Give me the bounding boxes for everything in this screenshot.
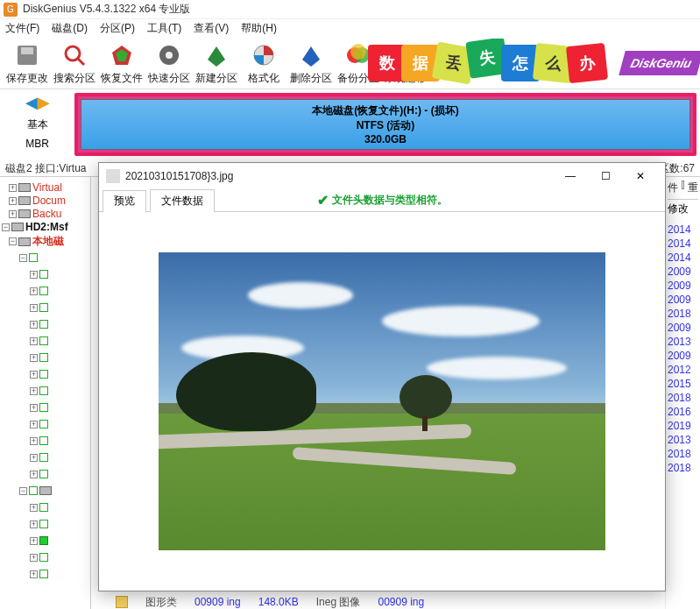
checkbox-icon[interactable] — [29, 486, 38, 495]
checkbox-icon[interactable] — [39, 553, 48, 562]
title-bar: G DiskGenius V5.4.3.1322 x64 专业版 — [0, 0, 700, 19]
mbr-label: MBR — [25, 138, 49, 150]
checkbox-icon[interactable] — [39, 520, 48, 528]
prev-arrow-icon[interactable]: ◀ — [25, 93, 38, 112]
bottom-row: 图形类 00909 ing 148.0KB Ineg 图像 00909 ing — [98, 595, 665, 609]
checkbox-icon[interactable] — [39, 303, 48, 312]
expand-icon[interactable]: + — [9, 184, 17, 192]
list-item[interactable]: 2019 — [668, 420, 698, 432]
collapse-icon[interactable]: − — [9, 237, 17, 245]
search-partition-button[interactable]: 搜索分区 — [51, 40, 98, 87]
list-item[interactable]: 2009 — [668, 266, 698, 278]
tree-panel[interactable]: +Virtual +Docum +Backu −HD2:Msf −本地磁 − +… — [0, 177, 91, 609]
status-left: 磁盘2 接口:Virtua — [5, 161, 86, 174]
menu-file[interactable]: 文件(F) — [5, 21, 39, 37]
quick-partition-button[interactable]: 快速分区 — [145, 40, 193, 87]
checkbox-icon[interactable] — [682, 181, 684, 189]
expand-icon[interactable]: + — [9, 197, 17, 205]
list-item[interactable]: 2009 — [668, 350, 698, 362]
menu-tool[interactable]: 工具(T) — [147, 21, 181, 37]
checkbox-icon[interactable] — [39, 403, 48, 412]
file-name[interactable]: 00909 ing — [194, 596, 241, 608]
checkbox-icon[interactable] — [39, 420, 48, 428]
menu-bar: 文件(F) 磁盘(D) 分区(P) 工具(T) 查看(V) 帮助(H) — [0, 19, 700, 39]
check-icon: ✔ — [317, 192, 329, 209]
checkbox-icon[interactable] — [39, 436, 48, 445]
tab-preview[interactable]: 预览 — [103, 190, 146, 213]
checkbox-checked-icon[interactable] — [39, 536, 48, 545]
checkbox-icon[interactable] — [39, 453, 48, 462]
disk-icon — [18, 209, 31, 218]
list-item[interactable]: 2012 — [668, 364, 698, 376]
checkbox-icon[interactable] — [39, 287, 48, 295]
recover-file-button[interactable]: 恢复文件 — [98, 40, 145, 87]
tree-item[interactable]: Backu — [32, 208, 61, 220]
disk-bar[interactable]: 本地磁盘(恢复文件)(H:) - (损坏) NTFS (活动) 320.0GB — [74, 93, 696, 156]
list-item[interactable]: 2014 — [668, 223, 698, 236]
list-item[interactable]: 2009 — [668, 294, 698, 306]
disk-map-row: ◀▶ 基本 MBR 本地磁盘(恢复文件)(H:) - (损坏) NTFS (活动… — [0, 89, 700, 159]
list-item[interactable]: 2013 — [668, 434, 698, 446]
svg-point-2 — [66, 46, 80, 60]
preview-body — [99, 212, 665, 591]
checkbox-icon[interactable] — [39, 570, 48, 578]
tree-item-hd2[interactable]: HD2:Msf — [25, 221, 68, 233]
column-modified[interactable]: 修改 — [668, 202, 698, 216]
list-item[interactable]: 2015 — [668, 378, 698, 390]
svg-rect-1 — [21, 47, 33, 54]
checkbox-icon[interactable] — [39, 470, 48, 478]
list-item[interactable]: 2013 — [668, 336, 698, 348]
hdd-icon — [11, 223, 24, 231]
file-name[interactable]: 00909 ing — [378, 596, 424, 608]
close-button[interactable]: ✕ — [623, 165, 658, 188]
save-button[interactable]: 保存更改 — [4, 40, 51, 87]
minimize-button[interactable]: — — [553, 165, 588, 188]
new-partition-button[interactable]: 新建分区 — [193, 40, 240, 87]
disk-name: 本地磁盘(恢复文件)(H:) - (损坏) — [312, 103, 458, 118]
folder-icon — [39, 486, 52, 495]
list-item[interactable]: 2018 — [668, 462, 698, 474]
checkbox-icon[interactable] — [39, 503, 48, 512]
disk-size: 320.0GB — [364, 133, 407, 145]
checkbox-icon[interactable] — [39, 320, 48, 329]
disk-icon — [18, 196, 31, 205]
svg-marker-10 — [302, 46, 320, 67]
svg-line-3 — [78, 59, 84, 65]
menu-view[interactable]: 查看(V) — [194, 21, 229, 37]
preview-image — [159, 252, 605, 550]
list-item[interactable]: 2014 — [668, 237, 698, 250]
list-item[interactable]: 2014 — [668, 251, 698, 264]
checkbox-icon[interactable] — [29, 253, 38, 262]
tab-filedata[interactable]: 文件数据 — [150, 189, 215, 212]
list-item[interactable]: 2016 — [668, 406, 698, 418]
list-item[interactable]: 2018 — [668, 392, 698, 404]
menu-disk[interactable]: 磁盘(D) — [52, 21, 88, 37]
tree-item[interactable]: Virtual — [32, 181, 62, 194]
menu-help[interactable]: 帮助(H) — [241, 21, 277, 37]
delete-partition-button[interactable]: 删除分区 — [287, 40, 335, 87]
expand-icon[interactable]: + — [9, 210, 17, 218]
list-item[interactable]: 2018 — [668, 308, 698, 320]
list-item[interactable]: 2018 — [668, 448, 698, 460]
tree-item[interactable]: Docum — [32, 195, 66, 207]
preview-titlebar[interactable]: 20210310151708}3.jpg — ☐ ✕ — [99, 163, 665, 189]
preview-window: 20210310151708}3.jpg — ☐ ✕ 预览 文件数据 ✔文件头数… — [98, 162, 666, 591]
checkbox-icon[interactable] — [39, 353, 48, 362]
checkbox-icon[interactable] — [39, 270, 48, 279]
next-arrow-icon[interactable]: ▶ — [38, 93, 50, 112]
right-column: 件 重 修改 201420142014200920092009201820092… — [665, 177, 700, 609]
checkbox-icon[interactable] — [39, 370, 48, 379]
app-title: DiskGenius V5.4.3.1322 x64 专业版 — [23, 2, 190, 17]
format-button[interactable]: 格式化 — [240, 40, 287, 87]
tree-item-local[interactable]: 本地磁 — [32, 234, 64, 249]
list-item[interactable]: 2009 — [668, 280, 698, 292]
checkbox-icon[interactable] — [39, 336, 48, 345]
checkbox-icon[interactable] — [39, 386, 48, 395]
folder-icon — [116, 596, 128, 608]
preview-filename: 20210310151708}3.jpg — [125, 170, 553, 182]
maximize-button[interactable]: ☐ — [588, 165, 623, 188]
collapse-icon[interactable]: − — [2, 223, 10, 231]
list-item[interactable]: 2009 — [668, 322, 698, 334]
menu-partition[interactable]: 分区(P) — [100, 21, 135, 37]
disk-icon — [18, 237, 31, 246]
